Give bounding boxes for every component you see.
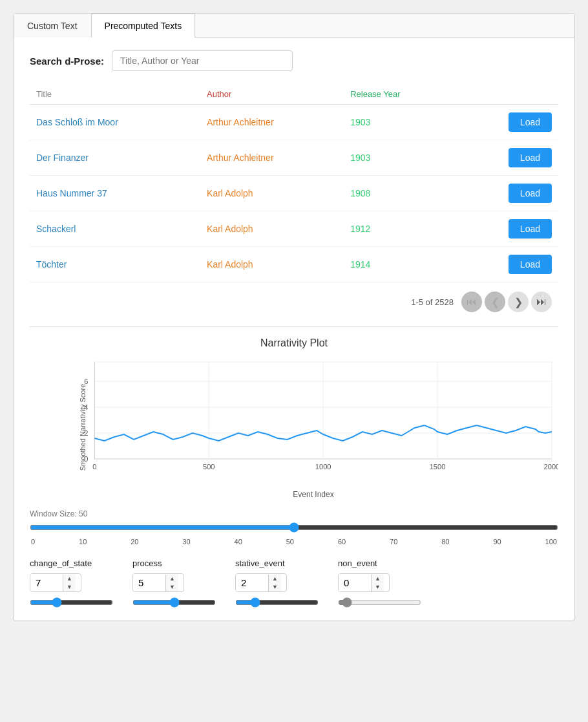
- spinner-down-change_of_state[interactable]: ▼: [63, 583, 76, 591]
- cell-author: Karl Adolph: [200, 176, 344, 211]
- svg-text:500: 500: [203, 463, 215, 471]
- spinner-value-non_event[interactable]: [339, 574, 371, 591]
- table-row: Haus Nummer 37 Karl Adolph 1908 Load: [30, 176, 558, 211]
- spinner-up-process[interactable]: ▲: [166, 575, 178, 583]
- load-button-4[interactable]: Load: [509, 255, 552, 274]
- search-row: Search d-Prose:: [30, 50, 558, 71]
- event-slider-stative_event[interactable]: [235, 597, 319, 608]
- chart-section: Narrativity Plot Smoothed Narrativity Sc…: [30, 337, 558, 499]
- svg-text:2000: 2000: [544, 463, 558, 471]
- svg-text:0: 0: [92, 463, 96, 471]
- spinner-up-non_event[interactable]: ▲: [372, 575, 384, 583]
- load-button-0[interactable]: Load: [509, 112, 552, 132]
- event-label-change_of_state: change_of_state: [30, 558, 92, 568]
- cell-year: 1903: [344, 140, 457, 176]
- event-control-change_of_state: change_of_state ▲ ▼: [30, 558, 113, 608]
- page-info: 1-5 of 2528: [411, 297, 454, 307]
- chart-title: Narrativity Plot: [30, 337, 558, 349]
- main-container: Custom Text Precomputed Texts Search d-P…: [13, 13, 575, 621]
- spinner-down-stative_event[interactable]: ▼: [269, 583, 281, 591]
- cell-year: 1912: [344, 211, 457, 247]
- load-button-2[interactable]: Load: [509, 184, 552, 203]
- window-size-section: Window Size: 50 0 10 20 30 40 50 60 70 8…: [30, 509, 558, 546]
- pagination: 1-5 of 2528 ⏮ ❮ ❯ ⏭: [30, 282, 558, 316]
- event-slider-non_event[interactable]: [338, 597, 421, 608]
- event-label-stative_event: stative_event: [235, 558, 285, 568]
- spinner-change_of_state: ▲ ▼: [30, 573, 81, 592]
- col-header-title: Title: [30, 84, 200, 105]
- cell-load: Load: [457, 105, 558, 140]
- cell-author: Karl Adolph: [200, 247, 344, 282]
- spinner-down-process[interactable]: ▼: [166, 583, 178, 591]
- spinner-up-change_of_state[interactable]: ▲: [63, 575, 76, 583]
- event-slider-change_of_state[interactable]: [30, 597, 113, 608]
- event-label-process: process: [132, 558, 162, 568]
- spinner-up-stative_event[interactable]: ▲: [269, 575, 281, 583]
- cell-author: Karl Adolph: [200, 211, 344, 247]
- svg-text:1500: 1500: [430, 463, 446, 471]
- cell-title: Das Schloß im Moor: [30, 105, 200, 140]
- cell-year: 1914: [344, 247, 457, 282]
- table-row: Schackerl Karl Adolph 1912 Load: [30, 211, 558, 247]
- event-label-non_event: non_event: [338, 558, 377, 568]
- data-table: Title Author Release Year Das Schloß im …: [30, 84, 558, 282]
- svg-text:1000: 1000: [315, 463, 331, 471]
- chart-x-label: Event Index: [68, 490, 558, 499]
- table-row: Töchter Karl Adolph 1914 Load: [30, 247, 558, 282]
- cell-load: Load: [457, 247, 558, 282]
- spinner-stative_event: ▲ ▼: [235, 573, 287, 592]
- event-control-stative_event: stative_event ▲ ▼: [235, 558, 319, 608]
- window-size-ticks: 0 10 20 30 40 50 60 70 80 90 100: [30, 538, 558, 546]
- cell-load: Load: [457, 176, 558, 211]
- chart-y-label: Smoothed Narrativity Score: [79, 384, 87, 471]
- col-header-author: Author: [200, 84, 344, 105]
- spinner-non_event: ▲ ▼: [338, 573, 390, 592]
- event-slider-process[interactable]: [132, 597, 216, 608]
- tab-precomputed-texts[interactable]: Precomputed Texts: [91, 14, 196, 37]
- spinner-value-stative_event[interactable]: [236, 574, 268, 591]
- divider: [30, 326, 558, 327]
- load-button-3[interactable]: Load: [509, 219, 552, 239]
- search-input[interactable]: [112, 50, 293, 71]
- window-size-slider[interactable]: [30, 522, 558, 533]
- next-page-button[interactable]: ❯: [508, 292, 529, 312]
- cell-title: Schackerl: [30, 211, 200, 247]
- load-button-1[interactable]: Load: [509, 148, 552, 167]
- cell-year: 1903: [344, 105, 457, 140]
- col-header-year: Release Year: [344, 84, 457, 105]
- spinner-down-non_event[interactable]: ▼: [372, 583, 384, 591]
- cell-load: Load: [457, 211, 558, 247]
- cell-author: Arthur Achleitner: [200, 140, 344, 176]
- chart-wrapper: Smoothed Narrativity Score: [68, 356, 558, 499]
- cell-load: Load: [457, 140, 558, 176]
- spinner-process: ▲ ▼: [132, 573, 184, 592]
- cell-title: Haus Nummer 37: [30, 176, 200, 211]
- table-row: Das Schloß im Moor Arthur Achleitner 190…: [30, 105, 558, 140]
- prev-page-button[interactable]: ❮: [485, 292, 505, 312]
- last-page-button[interactable]: ⏭: [531, 292, 552, 312]
- cell-title: Der Finanzer: [30, 140, 200, 176]
- window-size-slider-wrapper: [30, 522, 558, 535]
- event-control-non_event: non_event ▲ ▼: [338, 558, 421, 608]
- spinner-value-change_of_state[interactable]: [30, 574, 63, 591]
- event-controls: change_of_state ▲ ▼ process ▲ ▼ stative_…: [30, 558, 558, 608]
- search-label: Search d-Prose:: [30, 56, 104, 67]
- first-page-button[interactable]: ⏮: [461, 292, 482, 312]
- content-area: Search d-Prose: Title Author Release Yea…: [14, 37, 574, 621]
- table-row: Der Finanzer Arthur Achleitner 1903 Load: [30, 140, 558, 176]
- event-control-process: process ▲ ▼: [132, 558, 216, 608]
- tabs-bar: Custom Text Precomputed Texts: [14, 14, 574, 37]
- cell-title: Töchter: [30, 247, 200, 282]
- window-size-label: Window Size: 50: [30, 509, 558, 518]
- cell-author: Arthur Achleitner: [200, 105, 344, 140]
- spinner-value-process[interactable]: [133, 574, 165, 591]
- chart-svg: 0 2 4 6 0 500 1000 1500 2000: [68, 356, 558, 485]
- cell-year: 1908: [344, 176, 457, 211]
- tab-custom-text[interactable]: Custom Text: [14, 14, 91, 37]
